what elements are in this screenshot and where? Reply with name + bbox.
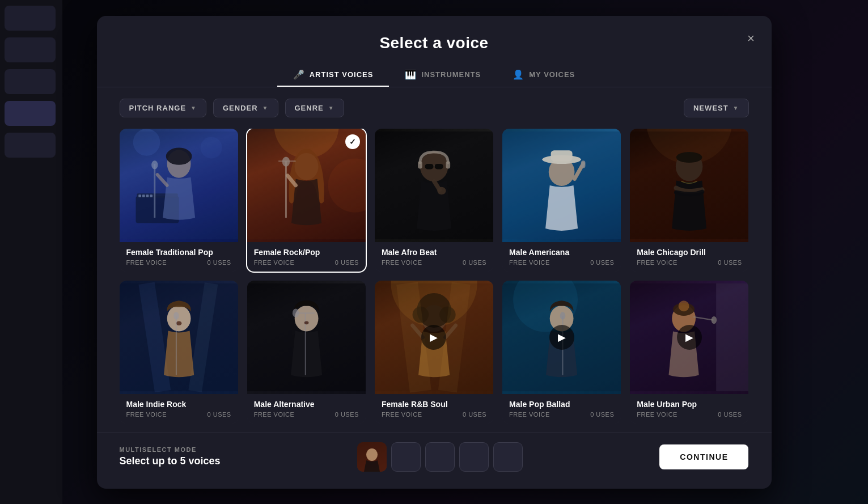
voice-card-info: Male Afro Beat FREE VOICE 0 USES: [375, 242, 493, 272]
svg-point-51: [167, 305, 190, 331]
svg-rect-27: [425, 163, 433, 169]
tab-my-voices[interactable]: 👤 MY VOICES: [497, 63, 591, 87]
voice-meta: FREE VOICE 0 USES: [637, 411, 742, 418]
svg-point-33: [437, 187, 446, 194]
filters-bar: PITCH RANGE ▼ GENDER ▼ GENRE ▼ NEWEST ▼: [97, 87, 772, 129]
slot-image: [357, 442, 387, 472]
selected-voices-slots: [357, 442, 523, 472]
svg-rect-31: [446, 161, 450, 168]
voice-card-male-americana[interactable]: Male Americana FREE VOICE 0 USES: [502, 129, 621, 272]
voice-meta: FREE VOICE 0 USES: [509, 259, 614, 266]
piano-icon: 🎹: [405, 69, 417, 80]
voice-meta: FREE VOICE 0 USES: [126, 411, 231, 418]
svg-point-89: [366, 448, 378, 461]
tab-artist-voices[interactable]: 🎤 ARTIST VOICES: [277, 63, 389, 87]
voice-card-row2-4[interactable]: ▶ Male Pop Ballad FREE VOICE 0 USES: [502, 281, 621, 423]
voice-card-info: Male Pop Ballad FREE VOICE 0 USES: [502, 394, 621, 423]
voice-card-row2-3[interactable]: ▶ Female R&B Soul FREE VOICE 0 USES: [375, 281, 493, 423]
voice-card-image: [120, 129, 238, 242]
microphone-icon: 🎤: [293, 69, 305, 80]
svg-line-71: [407, 283, 421, 391]
chevron-down-icon: ▼: [190, 105, 197, 111]
voice-meta: FREE VOICE 0 USES: [254, 259, 359, 266]
svg-point-54: [173, 312, 179, 319]
voice-meta: FREE VOICE 0 USES: [382, 411, 486, 418]
voice-card-row2-5[interactable]: ▶ Male Urban Pop FREE VOICE 0 USES: [630, 281, 748, 423]
play-overlay[interactable]: ▶: [421, 325, 446, 350]
voice-card-info: Female R&B Soul FREE VOICE 0 USES: [375, 394, 493, 423]
modal-footer: MULTISELECT MODE Select up to 5 voices: [97, 433, 772, 472]
svg-point-61: [304, 321, 308, 324]
tab-instruments[interactable]: 🎹 INSTRUMENTS: [389, 63, 497, 87]
voice-meta: FREE VOICE 0 USES: [637, 259, 742, 266]
tabs-container: 🎤 ARTIST VOICES 🎹 INSTRUMENTS 👤 MY VOICE…: [97, 63, 772, 87]
voice-card-image: [120, 281, 238, 394]
svg-point-52: [176, 321, 181, 325]
voice-meta: FREE VOICE 0 USES: [382, 259, 486, 266]
voice-card-male-afro-beat[interactable]: Male Afro Beat FREE VOICE 0 USES: [375, 129, 493, 272]
play-overlay[interactable]: ▶: [677, 325, 702, 350]
voice-slot-1[interactable]: [357, 442, 387, 472]
svg-rect-28: [434, 163, 443, 169]
svg-point-57: [294, 305, 318, 331]
voice-card-info: Male Americana FREE VOICE 0 USES: [502, 242, 621, 272]
voice-card-image: [630, 129, 748, 242]
svg-point-86: [712, 316, 717, 323]
voice-card-info: Male Urban Pop FREE VOICE 0 USES: [630, 394, 748, 423]
sort-button[interactable]: NEWEST ▼: [684, 99, 749, 117]
voice-slot-4[interactable]: [459, 442, 489, 472]
gender-filter[interactable]: GENDER ▼: [213, 99, 278, 117]
svg-point-60: [293, 308, 299, 317]
person-icon: 👤: [513, 69, 524, 80]
chevron-down-icon: ▼: [262, 105, 269, 111]
chevron-down-icon: ▼: [328, 105, 335, 111]
voice-grid: Female Traditional Pop FREE VOICE 0 USES: [97, 129, 772, 423]
voice-card-image: ▶: [630, 281, 748, 394]
multiselect-info: MULTISELECT MODE Select up to 5 voices: [120, 446, 221, 467]
svg-line-72: [447, 283, 461, 391]
voice-card-info: Male Alternative FREE VOICE 0 USES: [247, 394, 366, 423]
voice-meta: FREE VOICE 0 USES: [254, 411, 359, 418]
continue-button[interactable]: CONTINUE: [659, 444, 748, 469]
voice-card-image: [502, 129, 621, 242]
voice-card-male-chicago-drill[interactable]: Male Chicago Drill FREE VOICE 0 USES: [630, 129, 748, 272]
voice-card-female-trad-pop[interactable]: Female Traditional Pop FREE VOICE 0 USES: [120, 129, 238, 272]
svg-point-26: [420, 151, 448, 181]
voice-card-image: [375, 129, 493, 242]
voice-card-row2-1[interactable]: Male Indie Rock FREE VOICE 0 USES: [120, 281, 238, 423]
close-button[interactable]: ×: [742, 29, 760, 48]
voice-meta: FREE VOICE 0 USES: [126, 259, 231, 266]
svg-rect-41: [502, 131, 621, 239]
voice-meta: FREE VOICE 0 USES: [509, 411, 614, 418]
voice-card-info: Female Traditional Pop FREE VOICE 0 USES: [120, 242, 238, 272]
voice-slot-3[interactable]: [425, 442, 455, 472]
modal-header: Select a voice ×: [97, 16, 772, 52]
voice-card-info: Male Indie Rock FREE VOICE 0 USES: [120, 394, 238, 423]
svg-point-78: [560, 312, 566, 319]
pitch-range-filter[interactable]: PITCH RANGE ▼: [120, 99, 206, 117]
voice-card-image: [247, 281, 366, 394]
svg-rect-81: [716, 283, 748, 391]
svg-point-46: [676, 152, 702, 163]
select-voice-modal: Select a voice × 🎤 ARTIST VOICES 🎹 INSTR…: [97, 16, 772, 489]
play-overlay[interactable]: ▶: [549, 325, 574, 350]
modal-overlay: Select a voice × 🎤 ARTIST VOICES 🎹 INSTR…: [0, 0, 868, 504]
chevron-down-icon: ▼: [733, 105, 739, 111]
selected-checkmark: ✓: [345, 134, 360, 149]
voice-card-row2-2[interactable]: Male Alternative FREE VOICE 0 USES: [247, 281, 366, 423]
genre-filter[interactable]: GENRE ▼: [285, 99, 344, 117]
voice-card-info: Female Rock/Pop FREE VOICE 0 USES: [247, 242, 366, 272]
voice-slot-2[interactable]: [391, 442, 421, 472]
svg-rect-14: [120, 131, 238, 239]
svg-point-84: [679, 300, 689, 311]
voice-card-image: ▶: [375, 281, 493, 394]
voice-slot-5[interactable]: [493, 442, 523, 472]
voice-card-info: Male Chicago Drill FREE VOICE 0 USES: [630, 242, 748, 272]
voice-card-female-rock-pop[interactable]: ✓ Female Rock/Pop FREE VOICE 0 USES: [247, 129, 366, 272]
modal-title: Select a voice: [120, 34, 749, 52]
voice-card-image: ▶: [502, 281, 621, 394]
svg-rect-30: [418, 161, 422, 168]
